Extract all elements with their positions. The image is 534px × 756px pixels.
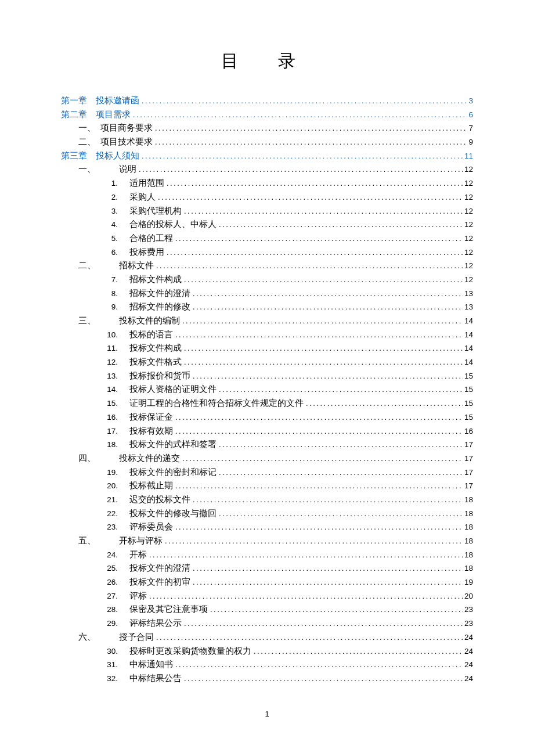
toc-label: 投标文件格式	[122, 358, 184, 366]
toc-entry: 5.合格的工程.................................…	[61, 234, 473, 243]
toc-leader: ........................................…	[219, 469, 463, 476]
toc-prefix: 11.	[96, 344, 122, 352]
toc-leader: ........................................…	[306, 399, 463, 407]
toc-label: 中标通知书	[122, 660, 175, 669]
toc-label: 招标文件构成	[122, 275, 184, 284]
toc-prefix: 二、	[78, 261, 119, 270]
toc-entry: 27.评标...................................…	[61, 592, 473, 600]
toc-leader: ........................................…	[184, 207, 463, 215]
toc-page: 11	[463, 152, 473, 160]
toc-page: 14	[463, 358, 473, 366]
toc-page: 17	[463, 441, 473, 449]
toc-label: 投标的语言	[122, 330, 175, 339]
toc-page: 24	[463, 633, 473, 642]
toc-leader: ........................................…	[149, 551, 463, 559]
toc-prefix: 三、	[78, 316, 119, 325]
toc-entry: 7.招标文件构成................................…	[61, 275, 473, 284]
toc-entry: 二、项目技术要求................................…	[61, 138, 473, 146]
toc-entry: 29.评标结果公示...............................…	[61, 619, 473, 628]
toc-page: 12	[463, 179, 473, 188]
toc-leader: ........................................…	[193, 564, 463, 572]
toc-page: 12	[463, 249, 473, 257]
toc-prefix: 9.	[96, 303, 122, 311]
toc-page: 17	[463, 482, 473, 490]
toc-label: 投标人资格的证明文件	[122, 385, 219, 394]
toc-prefix: 2.	[96, 193, 122, 201]
toc-prefix: 6.	[96, 249, 122, 257]
toc-entry: 一、说明....................................…	[61, 165, 473, 174]
toc-label: 投标文件的澄清	[122, 564, 193, 573]
toc-page: 12	[463, 262, 473, 270]
toc-page: 14	[463, 344, 473, 352]
toc-entry: 28.保密及其它注意事项............................…	[61, 605, 473, 614]
toc-label: 投标人须知	[96, 152, 142, 160]
toc-entry: 四、投标文件的递交...............................…	[61, 454, 473, 463]
toc-leader: ........................................…	[158, 193, 463, 201]
toc-page: 16	[463, 427, 473, 435]
toc-prefix: 31.	[96, 661, 122, 669]
toc-label: 项目商务要求	[100, 124, 155, 132]
toc-entry: 23.评标委员会................................…	[61, 523, 473, 531]
toc-leader: ........................................…	[184, 620, 463, 627]
toc-label: 招标文件的修改	[122, 303, 193, 311]
toc-page: 20	[463, 592, 473, 600]
toc-page: 23	[463, 606, 473, 614]
toc-entry: 8.招标文件的澄清...............................…	[61, 289, 473, 298]
toc-label: 适用范围	[122, 179, 167, 188]
toc-leader: ........................................…	[182, 317, 463, 325]
toc-page: 23	[463, 620, 473, 628]
toc-label: 投标文件的修改与撤回	[122, 509, 219, 518]
toc-entry: 六、授予合同..................................…	[61, 633, 473, 642]
toc-label: 招标文件	[119, 261, 156, 270]
toc-entry[interactable]: 第三章投标人须知................................…	[61, 152, 473, 160]
toc-page: 24	[463, 661, 473, 669]
toc-entry: 15.证明工程的合格性和符合招标文件规定的文件.................…	[61, 399, 473, 408]
toc-label: 投标文件构成	[122, 344, 184, 352]
toc-leader: ........................................…	[184, 358, 463, 366]
toc-label: 评标委员会	[122, 523, 175, 531]
toc-prefix: 20.	[96, 482, 122, 490]
toc-label: 采购人	[122, 193, 158, 201]
toc-page: 13	[463, 303, 473, 311]
toc-prefix: 第三章	[61, 152, 96, 160]
toc-label: 采购代理机构	[122, 207, 184, 215]
toc-leader: ........................................…	[219, 386, 463, 393]
toc-entry: 16.投标保证金................................…	[61, 413, 473, 422]
toc-label: 投标保证金	[122, 413, 175, 422]
toc-page: 15	[463, 413, 473, 422]
toc-page: 18	[463, 551, 473, 559]
toc-page: 24	[463, 675, 473, 683]
toc-entry[interactable]: 第一章投标邀请函................................…	[61, 96, 473, 105]
toc-entry[interactable]: 第二章项目需求.................................…	[61, 110, 473, 119]
toc-entry: 五、开标与评标.................................…	[61, 537, 473, 545]
toc-entry: 24.开标...................................…	[61, 550, 473, 559]
toc-entry: 26.投标文件的初审..............................…	[61, 578, 473, 586]
toc-leader: ........................................…	[193, 496, 463, 503]
toc-entry: 18.投标文件的式样和签署...........................…	[61, 440, 473, 449]
toc-prefix: 21.	[96, 496, 122, 504]
toc-prefix: 第二章	[61, 110, 96, 119]
toc-entry: 32.中标结果公告...............................…	[61, 674, 473, 683]
toc-leader: ........................................…	[175, 523, 463, 531]
toc-entry: 12.投标文件格式...............................…	[61, 358, 473, 366]
toc-leader: ........................................…	[184, 276, 463, 283]
toc-page: 17	[463, 455, 473, 463]
toc-entry: 6.投标费用..................................…	[61, 248, 473, 257]
toc-leader: ........................................…	[193, 303, 463, 311]
toc-label: 项目需求	[96, 110, 133, 119]
toc-prefix: 22.	[96, 510, 122, 518]
toc-label: 投标文件的初审	[122, 578, 193, 586]
toc-leader: ........................................…	[193, 290, 463, 297]
toc-label: 授予合同	[119, 633, 156, 642]
toc-entry: 4.合格的投标人、中标人............................…	[61, 220, 473, 229]
toc-entry: 一、项目商务要求................................…	[61, 124, 473, 132]
toc-prefix: 29.	[96, 620, 122, 628]
toc-entry: 3.采购代理机构................................…	[61, 207, 473, 215]
toc-page: 3	[467, 97, 473, 105]
toc-page: 15	[463, 399, 473, 408]
toc-leader: ........................................…	[175, 482, 463, 489]
toc-leader: ........................................…	[193, 372, 463, 380]
toc-prefix: 第一章	[61, 96, 96, 105]
toc-entry: 31.中标通知书................................…	[61, 660, 473, 669]
toc-entry: 9.招标文件的修改...............................…	[61, 303, 473, 311]
